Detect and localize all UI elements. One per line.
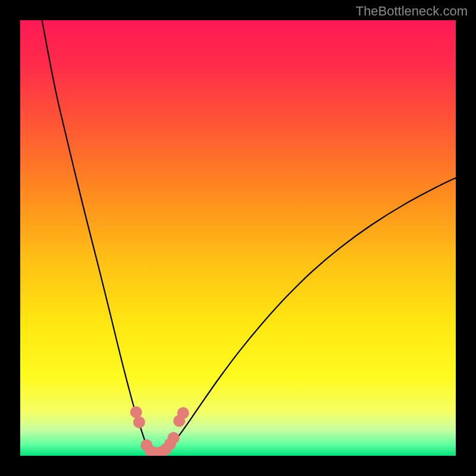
gradient-background xyxy=(20,20,456,456)
dot-marker xyxy=(177,407,189,419)
watermark-text: TheBottleneck.com xyxy=(356,4,468,19)
chart-frame: TheBottleneck.com xyxy=(0,0,476,476)
dot-marker xyxy=(133,416,145,428)
plot-area xyxy=(20,20,456,456)
dot-marker xyxy=(168,432,180,444)
chart-svg xyxy=(20,20,456,456)
dot-marker xyxy=(130,406,142,418)
